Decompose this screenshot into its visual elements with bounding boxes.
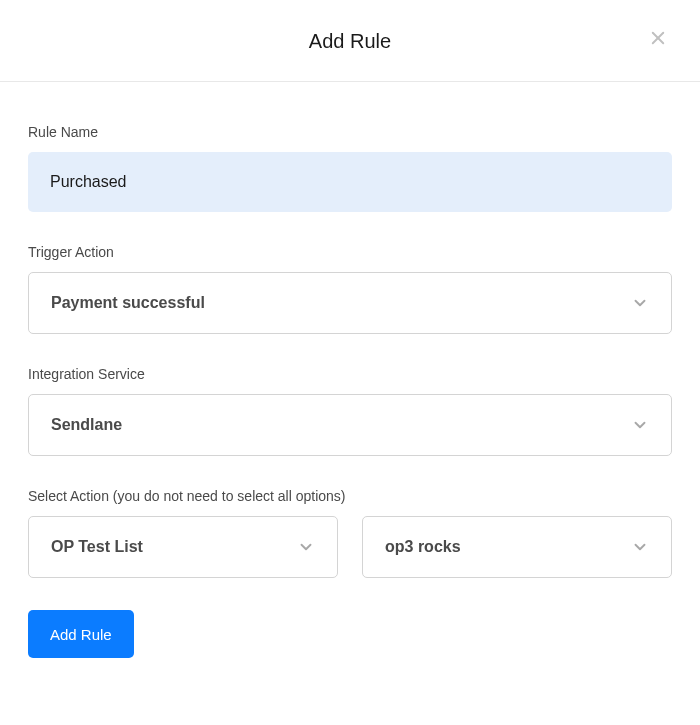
select-action-label: Select Action (you do not need to select…	[28, 488, 672, 504]
integration-service-select[interactable]: Sendlane	[28, 394, 672, 456]
select-action-option1[interactable]: OP Test List	[28, 516, 338, 578]
integration-service-group: Integration Service Sendlane	[28, 366, 672, 456]
integration-service-label: Integration Service	[28, 366, 672, 382]
modal-header: Add Rule	[0, 0, 700, 82]
trigger-action-value: Payment successful	[51, 294, 205, 312]
chevron-down-icon	[629, 414, 651, 436]
rule-name-label: Rule Name	[28, 124, 672, 140]
integration-service-value: Sendlane	[51, 416, 122, 434]
modal-body: Rule Name Trigger Action Payment success…	[0, 82, 700, 658]
trigger-action-label: Trigger Action	[28, 244, 672, 260]
rule-name-group: Rule Name	[28, 124, 672, 212]
select-action-option2[interactable]: op3 rocks	[362, 516, 672, 578]
close-icon	[649, 29, 667, 51]
chevron-down-icon	[629, 292, 651, 314]
rule-name-input[interactable]	[28, 152, 672, 212]
trigger-action-select[interactable]: Payment successful	[28, 272, 672, 334]
select-action-group: Select Action (you do not need to select…	[28, 488, 672, 578]
select-action-row: OP Test List op3 rocks	[28, 516, 672, 578]
chevron-down-icon	[295, 536, 317, 558]
select-action-option1-value: OP Test List	[51, 538, 143, 556]
close-button[interactable]	[646, 28, 670, 52]
modal-title: Add Rule	[40, 30, 660, 53]
chevron-down-icon	[629, 536, 651, 558]
trigger-action-group: Trigger Action Payment successful	[28, 244, 672, 334]
add-rule-button[interactable]: Add Rule	[28, 610, 134, 658]
select-action-option2-value: op3 rocks	[385, 538, 461, 556]
